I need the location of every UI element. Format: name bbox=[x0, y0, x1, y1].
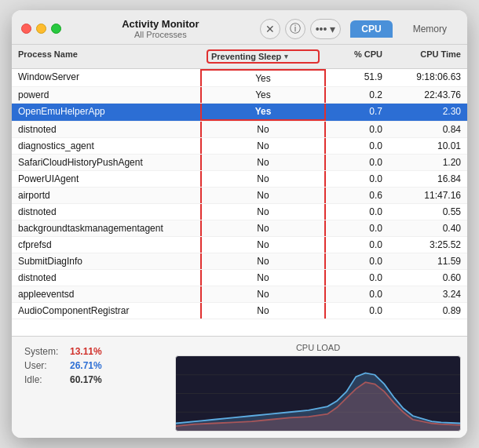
preventing-sleep-cell: Yes bbox=[200, 69, 326, 86]
process-name-cell: airportd bbox=[12, 188, 200, 203]
maximize-button[interactable] bbox=[51, 24, 61, 34]
table-row[interactable]: distnotedNo0.00.60 bbox=[12, 270, 467, 286]
cpu-time-cell: 0.40 bbox=[389, 220, 467, 236]
cpu-time-cell: 0.60 bbox=[389, 270, 467, 286]
titlebar: Activity Monitor All Processes ✕ ⓘ ••• ▾… bbox=[12, 10, 467, 45]
tab-memory[interactable]: Memory bbox=[402, 20, 458, 38]
title-area: Activity Monitor All Processes bbox=[71, 18, 250, 39]
process-name-cell: diagnostics_agent bbox=[12, 138, 200, 154]
system-label: System: bbox=[24, 346, 64, 357]
cpu-cell: 51.9 bbox=[326, 69, 389, 86]
preventing-sleep-cell: No bbox=[200, 237, 326, 253]
more-button[interactable]: ••• ▾ bbox=[310, 19, 342, 39]
svg-marker-4 bbox=[176, 373, 460, 431]
preventing-sleep-highlight: Preventing Sleep ▾ bbox=[207, 49, 320, 64]
preventing-sleep-cell: No bbox=[200, 204, 326, 220]
table-row[interactable]: cfprefsdNo0.03:25.52 bbox=[12, 237, 467, 253]
cpu-time-cell: 11.59 bbox=[389, 253, 467, 269]
cpu-time-cell: 3:25.52 bbox=[389, 237, 467, 253]
close-button[interactable] bbox=[21, 24, 31, 34]
table-row[interactable]: diagnostics_agentNo0.010.01 bbox=[12, 138, 467, 155]
chart-title: CPU LOAD bbox=[175, 343, 461, 352]
sort-arrow-icon: ▾ bbox=[284, 53, 288, 60]
table-row[interactable]: appleeventsdNo0.03.24 bbox=[12, 286, 467, 303]
chart-panel: CPU LOAD bbox=[169, 337, 467, 438]
idle-stat: Idle: 60.17% bbox=[24, 374, 156, 385]
toolbar-right: ✕ ⓘ ••• ▾ bbox=[260, 19, 342, 39]
user-label: User: bbox=[24, 360, 64, 371]
close-icon-btn[interactable]: ✕ bbox=[260, 19, 280, 39]
cpu-time-cell: 2.30 bbox=[389, 104, 467, 121]
cpu-time-cell: 1.20 bbox=[389, 155, 467, 170]
traffic-lights bbox=[21, 24, 61, 34]
process-name-cell: SubmitDiagInfo bbox=[12, 253, 200, 269]
table-row[interactable]: distnotedNo0.00.84 bbox=[12, 122, 467, 138]
cpu-cell: 0.2 bbox=[326, 87, 389, 103]
col-preventing-sleep[interactable]: Preventing Sleep ▾ bbox=[200, 48, 326, 65]
table-body: WindowServerYes51.99:18:06.63powerdYes0.… bbox=[12, 69, 467, 336]
app-subtitle: All Processes bbox=[134, 30, 187, 39]
cpu-cell: 0.0 bbox=[326, 204, 389, 220]
cpu-cell: 0.0 bbox=[326, 138, 389, 154]
col-cpu-time[interactable]: CPU Time bbox=[389, 48, 467, 65]
col-cpu[interactable]: % CPU bbox=[326, 48, 389, 65]
table-row[interactable]: AudioComponentRegistrarNo0.00.89 bbox=[12, 303, 467, 319]
cpu-cell: 0.0 bbox=[326, 155, 389, 170]
process-name-cell: AudioComponentRegistrar bbox=[12, 303, 200, 319]
activity-monitor-window: Activity Monitor All Processes ✕ ⓘ ••• ▾… bbox=[12, 10, 467, 438]
col-process-name[interactable]: Process Name bbox=[12, 48, 200, 65]
cpu-time-cell: 0.84 bbox=[389, 122, 467, 137]
table-row[interactable]: distnotedNo0.00.55 bbox=[12, 204, 467, 220]
process-name-cell: PowerUIAgent bbox=[12, 171, 200, 187]
process-name-cell: SafariCloudHistoryPushAgent bbox=[12, 155, 200, 170]
cpu-cell: 0.7 bbox=[326, 104, 389, 121]
table-row[interactable]: powerdYes0.222:43.76 bbox=[12, 87, 467, 104]
preventing-sleep-cell: No bbox=[200, 220, 326, 236]
tab-cpu[interactable]: CPU bbox=[350, 20, 392, 38]
preventing-sleep-cell: No bbox=[200, 253, 326, 269]
cpu-cell: 0.0 bbox=[326, 270, 389, 286]
process-name-cell: WindowServer bbox=[12, 69, 200, 86]
cpu-time-cell: 9:18:06.63 bbox=[389, 69, 467, 86]
cpu-cell: 0.0 bbox=[326, 253, 389, 269]
stats-panel: System: 13.11% User: 26.71% Idle: 60.17% bbox=[12, 337, 169, 438]
minimize-button[interactable] bbox=[36, 24, 46, 34]
table-row[interactable]: SafariCloudHistoryPushAgentNo0.01.20 bbox=[12, 155, 467, 171]
cpu-time-cell: 16.84 bbox=[389, 171, 467, 187]
cpu-time-cell: 11:47.16 bbox=[389, 188, 467, 203]
preventing-sleep-cell: No bbox=[200, 122, 326, 137]
process-name-cell: cfprefsd bbox=[12, 237, 200, 253]
idle-value: 60.17% bbox=[70, 374, 102, 385]
app-title: Activity Monitor bbox=[122, 18, 199, 30]
table-row[interactable]: WindowServerYes51.99:18:06.63 bbox=[12, 69, 467, 87]
table-row[interactable]: OpenEmuHelperAppYes0.72.30 bbox=[12, 104, 467, 122]
idle-label: Idle: bbox=[24, 374, 64, 385]
table-header: Process Name Preventing Sleep ▾ % CPU CP… bbox=[12, 45, 467, 69]
cpu-time-cell: 0.55 bbox=[389, 204, 467, 220]
cpu-cell: 0.0 bbox=[326, 220, 389, 236]
process-name-cell: powerd bbox=[12, 87, 200, 103]
cpu-load-chart bbox=[175, 355, 461, 432]
cpu-time-cell: 3.24 bbox=[389, 286, 467, 302]
cpu-cell: 0.0 bbox=[326, 303, 389, 319]
table-row[interactable]: backgroundtaskmanagementagentNo0.00.40 bbox=[12, 220, 467, 237]
preventing-sleep-cell: No bbox=[200, 171, 326, 187]
table-row[interactable]: SubmitDiagInfoNo0.011.59 bbox=[12, 253, 467, 270]
table-row[interactable]: PowerUIAgentNo0.016.84 bbox=[12, 171, 467, 188]
system-value: 13.11% bbox=[70, 346, 102, 357]
preventing-sleep-cell: No bbox=[200, 270, 326, 286]
cpu-time-cell: 10.01 bbox=[389, 138, 467, 154]
info-button[interactable]: ⓘ bbox=[285, 19, 305, 39]
preventing-sleep-cell: No bbox=[200, 303, 326, 319]
cpu-cell: 0.0 bbox=[326, 237, 389, 253]
preventing-sleep-cell: Yes bbox=[200, 87, 326, 103]
bottom-panel: System: 13.11% User: 26.71% Idle: 60.17%… bbox=[12, 336, 467, 438]
cpu-cell: 0.6 bbox=[326, 188, 389, 203]
user-value: 26.71% bbox=[70, 360, 102, 371]
cpu-cell: 0.0 bbox=[326, 286, 389, 302]
preventing-sleep-cell: No bbox=[200, 188, 326, 203]
system-stat: System: 13.11% bbox=[24, 346, 156, 357]
cpu-cell: 0.0 bbox=[326, 171, 389, 187]
process-name-cell: distnoted bbox=[12, 122, 200, 137]
table-row[interactable]: airportdNo0.611:47.16 bbox=[12, 188, 467, 204]
